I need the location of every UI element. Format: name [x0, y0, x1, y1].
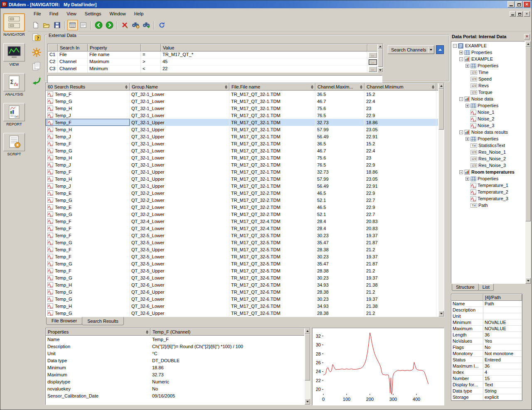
properties-column-header[interactable]: Properties	[46, 328, 150, 336]
property-row[interactable]: novaluekeyNo	[46, 385, 310, 392]
scroll-up-button[interactable]	[378, 44, 383, 49]
tree-item-res-noise-3[interactable]: 123Res_Noise_3	[451, 162, 525, 169]
scroll-up-button[interactable]	[438, 83, 444, 89]
details-view-button[interactable]	[78, 20, 89, 30]
scroll-thumb[interactable]	[305, 334, 310, 381]
clear-search-button[interactable]	[120, 20, 130, 30]
tree-item-res-noise-2[interactable]: 123Res_Noise_2	[451, 155, 525, 162]
expand-icon[interactable]: +	[459, 51, 463, 54]
result-list-view-button[interactable]	[67, 20, 78, 30]
mdi-minimize-button[interactable]	[510, 11, 516, 17]
tree-item-room-temperatures[interactable]: -Room temperatures	[451, 169, 525, 175]
tree-item-properties[interactable]: +Properties	[451, 135, 525, 142]
tree-item-path[interactable]: TxtPath	[451, 202, 525, 209]
scroll-down-button[interactable]	[305, 399, 310, 405]
results-column-header-1[interactable]: Group.Name	[130, 83, 229, 91]
result-row[interactable]: Temp_FQT_32-5_LowerTR_M17_QT_32-5.TDM30.…	[46, 232, 438, 239]
tree-item-time[interactable]: 123Time	[451, 69, 525, 76]
tree-item-revs[interactable]: 123Revs	[451, 82, 525, 89]
refresh-button[interactable]	[157, 20, 167, 30]
result-row[interactable]: Temp_GQT_32-2_LowerTR_M17_QT_32-2.TDM52.…	[46, 211, 438, 218]
menu-settings[interactable]: Settings	[81, 10, 106, 18]
result-row[interactable]: Temp_GQT_32-6_LowerTR_M17_QT_32-6.TDM30.…	[46, 295, 438, 302]
mdi-close-button[interactable]: ×	[524, 11, 530, 17]
collapse-icon[interactable]: -	[453, 44, 457, 48]
property-row[interactable]: Data typeDT_DOUBLE	[46, 357, 310, 364]
result-row[interactable]: Temp_FQT_32-1_LowerTR_M17_QT_32-1.TDM36.…	[46, 140, 438, 147]
result-row[interactable]: Temp_HQT_32-6_LowerTR_M17_QT_32-6.TDM34.…	[46, 281, 438, 288]
portal-property-row[interactable]: StatusEntered	[451, 357, 522, 363]
portal-property-row[interactable]: Number15	[451, 376, 522, 382]
result-row[interactable]: Temp_GQT_32-5_LowerTR_M17_QT_32-5.TDM35.…	[46, 260, 438, 267]
menu-find[interactable]: Find	[45, 10, 62, 18]
search-channels-button[interactable]: Search Channels	[388, 45, 434, 54]
tree-item-properties[interactable]: +Properties	[451, 175, 525, 182]
close-data-portal-button[interactable]: ×	[524, 34, 530, 39]
portal-property-row[interactable]: Storageexplicit	[451, 394, 522, 400]
tree-item-properties[interactable]: +Properties	[451, 102, 525, 109]
tree-item-temperature-1[interactable]: Temperature_1	[451, 182, 525, 189]
collapse-icon[interactable]: -	[459, 97, 463, 101]
menu-view[interactable]: View	[62, 10, 81, 18]
condition-column-header-3[interactable]	[141, 44, 161, 52]
result-row[interactable]: Temp_FQT_32-4_LowerTR_M17_QT_32-4.TDM28.…	[46, 218, 438, 225]
search-settings-button[interactable]	[131, 20, 141, 30]
result-row[interactable]: Temp_EQT_32-2_LowerTR_M17_QT_32-2.TDM46.…	[46, 189, 438, 196]
expand-icon[interactable]: +	[466, 137, 469, 141]
result-row[interactable]: Temp_FQT_32-4_LowerTR_M17_QT_32-4.TDM28.…	[46, 225, 438, 232]
tree-item-statisticstext[interactable]: TxtStatisticsText	[451, 142, 525, 149]
tree-item-noise-1[interactable]: Noise_1	[451, 109, 525, 115]
result-row[interactable]: Temp_GQT_32-6_LowerTR_M17_QT_32-6.TDM30.…	[46, 274, 438, 281]
tree-item-noise-data-results[interactable]: -Noise data results	[451, 129, 525, 135]
property-row[interactable]: Minimum18.86	[46, 364, 310, 371]
tree-item-speed[interactable]: 123Speed	[451, 76, 525, 82]
result-row[interactable]: Temp_HQT_32-1_UpperTR_M17_QT_32-1.TDM57.…	[46, 126, 438, 133]
forward-button[interactable]	[104, 20, 115, 30]
result-row[interactable]: Temp_FQT_32-5_UpperTR_M17_QT_32-5.TDM28.…	[46, 246, 438, 253]
scroll-thumb[interactable]	[525, 47, 531, 221]
load-data-button[interactable]	[31, 76, 42, 87]
scroll-thumb[interactable]	[378, 49, 383, 67]
result-row[interactable]: Temp_JQT_32-1_LowerTR_M17_QT_32-1.TDM76.…	[46, 112, 438, 119]
result-row[interactable]: Temp_HQT_32-1_UpperTR_M17_QT_32-1.TDM57.…	[46, 175, 438, 182]
open-button[interactable]	[41, 20, 52, 30]
expand-icon[interactable]: +	[466, 104, 469, 108]
results-column-header-4[interactable]: Channel.Minimum	[365, 83, 436, 91]
tree-item-noise-data[interactable]: -Noise data	[451, 96, 525, 102]
property-row[interactable]: Unit°C	[46, 350, 310, 357]
result-row[interactable]: Temp_EQT_32-2_LowerTR_M17_QT_32-2.TDM46.…	[46, 204, 438, 211]
search-logic-field[interactable]: C1 AND (C2 OR C3)	[47, 75, 382, 83]
portal-property-row[interactable]: Description	[451, 307, 522, 313]
result-row[interactable]: Temp_GQT_32-2_LowerTR_M17_QT_32-2.TDM52.…	[46, 196, 438, 204]
property-row[interactable]: Sensor_Calibration_Date09/16/2005	[46, 392, 310, 399]
result-row[interactable]: Temp_FQT_32-5_LowerTR_M17_QT_32-5.TDM30.…	[46, 253, 438, 260]
results-scrollbar[interactable]	[438, 83, 444, 317]
properties-scrollbar[interactable]	[304, 328, 310, 405]
property-row[interactable]: Maximum32.73	[46, 371, 310, 378]
portal-tab-list[interactable]: List	[478, 284, 494, 291]
tree-item-example[interactable]: -EXAMPLE	[451, 56, 525, 62]
result-row[interactable]: Temp_GQT_32-5_LowerTR_M17_QT_32-5.TDM35.…	[46, 239, 438, 246]
search-grid-scrollbar[interactable]	[377, 44, 383, 72]
browse-values-button[interactable]: ...	[369, 66, 377, 72]
tree-item-properties[interactable]: +Properties	[451, 62, 525, 69]
close-button[interactable]: ×	[523, 1, 530, 7]
tree-item-noise-3[interactable]: Noise_3	[451, 122, 525, 129]
portal-property-row[interactable]: MonotonyNot monotone	[451, 351, 522, 357]
collapse-search-area-button[interactable]	[436, 45, 444, 54]
module-script[interactable]: SCRIPT	[3, 133, 25, 156]
result-row[interactable]: Temp_FQT_32-1_LowerTR_M17_QT_32-1.TDM36.…	[46, 91, 438, 98]
dropdown-arrow-icon[interactable]	[430, 49, 432, 51]
collapse-icon[interactable]: -	[459, 57, 463, 61]
portal-property-row[interactable]: MaximumNOVALUE	[451, 326, 522, 332]
expand-icon[interactable]: +	[466, 177, 469, 181]
expand-icon[interactable]: +	[466, 64, 469, 68]
menu-window[interactable]: Window	[106, 10, 130, 18]
portal-property-row[interactable]: Maximum l...36	[451, 363, 522, 369]
help-button[interactable]: ?	[31, 32, 42, 44]
portal-property-row[interactable]: NamePath	[451, 301, 522, 307]
settings-sun-button[interactable]	[31, 47, 42, 58]
property-row[interactable]: DescriptionCh("[2]/[6]")= Round (Ch("[2]…	[46, 343, 310, 350]
portal-property-row[interactable]: MinimumNOVALUE	[451, 319, 522, 326]
portal-tab-structure[interactable]: Structure	[452, 284, 479, 291]
